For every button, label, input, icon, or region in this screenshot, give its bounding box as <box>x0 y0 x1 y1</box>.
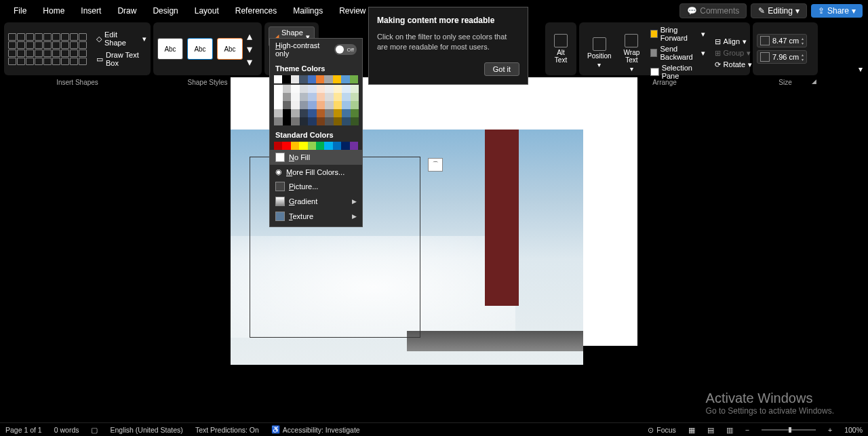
color-swatch[interactable] <box>308 101 317 109</box>
color-swatch[interactable] <box>324 75 332 83</box>
shape-style-gallery[interactable]: Abc Abc Abc <box>157 38 243 60</box>
bring-forward-button[interactable]: Bring Forward▾ <box>648 25 707 43</box>
style-swatch-1[interactable]: Abc <box>157 38 183 60</box>
color-swatch[interactable] <box>342 101 351 109</box>
color-swatch[interactable] <box>316 75 324 83</box>
got-it-button[interactable]: Got it <box>484 62 519 76</box>
wrap-text-button[interactable]: Wrap Text▾ <box>620 34 644 73</box>
draw-text-box-button[interactable]: ▭Draw Text Box <box>96 51 146 67</box>
document-canvas[interactable]: ⌒ <box>0 77 868 422</box>
height-spinner[interactable]: ▴▾ <box>802 36 804 45</box>
color-swatch[interactable] <box>274 75 282 83</box>
style-gallery-more[interactable]: ▴▾▾ <box>247 30 256 68</box>
style-swatch-2[interactable]: Abc <box>187 38 213 60</box>
rotate-button[interactable]: ⟳Rotate▾ <box>712 60 755 70</box>
color-swatch[interactable] <box>308 93 317 101</box>
shape-height-input[interactable]: 8.47 cm ▴▾ <box>757 34 807 47</box>
color-swatch[interactable] <box>342 117 351 125</box>
status-words[interactable]: 0 words <box>54 426 79 434</box>
color-swatch[interactable] <box>291 117 300 125</box>
color-swatch[interactable] <box>317 117 326 125</box>
color-swatch[interactable] <box>291 109 300 117</box>
color-swatch[interactable] <box>351 93 359 101</box>
color-swatch[interactable] <box>283 109 292 117</box>
color-swatch[interactable] <box>333 75 341 83</box>
color-swatch[interactable] <box>334 93 342 101</box>
status-predictions[interactable]: Text Predictions: On <box>195 426 259 434</box>
status-accessibility[interactable]: ♿Accessibility: Investigate <box>271 425 360 434</box>
color-swatch[interactable] <box>334 117 342 125</box>
color-swatch[interactable] <box>351 101 359 109</box>
color-swatch[interactable] <box>325 109 334 117</box>
status-language[interactable]: English (United States) <box>110 426 182 434</box>
color-swatch[interactable] <box>308 75 316 83</box>
color-swatch[interactable] <box>317 85 326 93</box>
tab-file[interactable]: File <box>5 2 35 20</box>
color-swatch[interactable] <box>325 101 334 109</box>
color-swatch[interactable] <box>283 85 292 93</box>
color-swatch[interactable] <box>333 142 341 150</box>
status-page[interactable]: Page 1 of 1 <box>5 426 42 434</box>
view-web-layout[interactable]: ▥ <box>726 426 733 434</box>
color-swatch[interactable] <box>300 101 309 109</box>
color-swatch[interactable] <box>274 109 283 117</box>
view-read-mode[interactable]: ▦ <box>688 426 695 434</box>
comments-button[interactable]: 💬 Comments <box>679 3 747 18</box>
style-swatch-3[interactable]: Abc <box>217 38 243 60</box>
color-swatch[interactable] <box>291 85 300 93</box>
color-swatch[interactable] <box>350 75 358 83</box>
color-swatch[interactable] <box>317 101 326 109</box>
color-swatch[interactable] <box>308 85 317 93</box>
width-spinner[interactable]: ▴▾ <box>802 52 804 62</box>
tab-layout[interactable]: Layout <box>186 2 227 20</box>
color-swatch[interactable] <box>283 117 292 125</box>
zoom-slider[interactable] <box>762 429 816 431</box>
color-swatch[interactable] <box>334 109 342 117</box>
tab-draw[interactable]: Draw <box>109 2 144 20</box>
color-swatch[interactable] <box>282 142 290 150</box>
color-swatch[interactable] <box>299 75 307 83</box>
color-swatch[interactable] <box>300 93 309 101</box>
color-swatch[interactable] <box>300 109 309 117</box>
color-swatch[interactable] <box>350 142 358 150</box>
zoom-level[interactable]: 100% <box>844 426 863 434</box>
color-swatch[interactable] <box>308 109 317 117</box>
gradient-fill-item[interactable]: Gradient▶ <box>270 194 362 209</box>
color-swatch[interactable] <box>342 85 351 93</box>
color-swatch[interactable] <box>341 142 349 150</box>
ribbon-collapse-button[interactable]: ▾ <box>859 64 863 74</box>
color-swatch[interactable] <box>317 109 326 117</box>
tab-design[interactable]: Design <box>144 2 186 20</box>
color-swatch[interactable] <box>334 85 342 93</box>
color-swatch[interactable] <box>291 93 300 101</box>
color-swatch[interactable] <box>300 85 309 93</box>
color-swatch[interactable] <box>351 109 359 117</box>
color-swatch[interactable] <box>325 85 334 93</box>
color-swatch[interactable] <box>342 109 351 117</box>
share-button[interactable]: ⇪ Share ▾ <box>811 4 863 18</box>
color-swatch[interactable] <box>274 85 283 93</box>
tab-mailings[interactable]: Mailings <box>285 2 331 20</box>
status-spell-icon[interactable]: ▢ <box>91 426 98 434</box>
editing-mode-button[interactable]: ✎ Editing ▾ <box>751 3 807 18</box>
color-swatch[interactable] <box>291 101 300 109</box>
edit-shape-button[interactable]: ◇Edit Shape▾ <box>96 31 146 47</box>
alt-text-button[interactable]: Alt Text <box>549 34 572 64</box>
view-print-layout[interactable]: ▤ <box>707 426 714 434</box>
color-swatch[interactable] <box>308 142 316 150</box>
color-swatch[interactable] <box>274 93 283 101</box>
send-backward-button[interactable]: Send Backward▾ <box>648 44 707 62</box>
align-button[interactable]: ⊟Align▾ <box>712 37 755 47</box>
color-swatch[interactable] <box>274 142 282 150</box>
color-swatch[interactable] <box>291 142 299 150</box>
color-swatch[interactable] <box>300 117 309 125</box>
position-button[interactable]: Position▾ <box>583 37 616 68</box>
color-swatch[interactable] <box>282 75 290 83</box>
color-swatch[interactable] <box>341 75 349 83</box>
color-swatch[interactable] <box>274 117 283 125</box>
color-swatch[interactable] <box>325 117 334 125</box>
zoom-out-button[interactable]: − <box>745 426 749 434</box>
tab-references[interactable]: References <box>227 2 285 20</box>
tab-home[interactable]: Home <box>35 2 73 20</box>
texture-fill-item[interactable]: Texture▶ <box>270 209 362 224</box>
